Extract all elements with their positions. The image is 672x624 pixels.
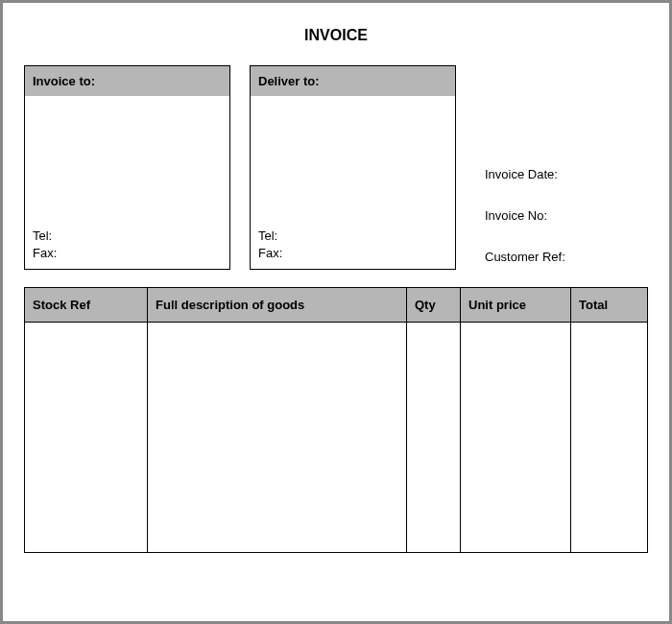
col-stock-ref: Stock Ref xyxy=(25,288,148,323)
cell-unit-price[interactable] xyxy=(461,323,571,553)
col-description: Full description of goods xyxy=(148,288,407,323)
invoice-to-body[interactable]: Tel: Fax: xyxy=(25,96,229,269)
cell-total[interactable] xyxy=(571,323,648,553)
cell-stock-ref[interactable] xyxy=(25,323,148,553)
col-qty: Qty xyxy=(407,288,461,323)
customer-ref-label: Customer Ref: xyxy=(485,250,648,264)
top-section: Invoice to: Tel: Fax: Deliver to: Tel: F… xyxy=(24,65,648,270)
page-title: INVOICE xyxy=(24,27,648,44)
col-total: Total xyxy=(571,288,648,323)
invoice-date-label: Invoice Date: xyxy=(485,167,648,181)
deliver-to-tel-label: Tel: xyxy=(258,228,447,243)
deliver-to-header: Deliver to: xyxy=(251,66,455,96)
invoice-to-box: Invoice to: Tel: Fax: xyxy=(24,65,230,270)
invoice-to-header: Invoice to: xyxy=(25,66,229,96)
col-unit-price: Unit price xyxy=(461,288,571,323)
table-row xyxy=(25,323,648,553)
table-header-row: Stock Ref Full description of goods Qty … xyxy=(25,288,648,323)
cell-qty[interactable] xyxy=(407,323,461,553)
cell-description[interactable] xyxy=(148,323,407,553)
invoice-to-tel-label: Tel: xyxy=(33,228,222,243)
invoice-no-label: Invoice No: xyxy=(485,208,648,223)
deliver-to-body[interactable]: Tel: Fax: xyxy=(251,96,455,269)
invoice-to-fax-label: Fax: xyxy=(33,246,222,260)
deliver-to-box: Deliver to: Tel: Fax: xyxy=(250,65,456,270)
meta-section: Invoice Date: Invoice No: Customer Ref: xyxy=(475,65,648,270)
deliver-to-fax-label: Fax: xyxy=(258,246,447,260)
items-table: Stock Ref Full description of goods Qty … xyxy=(24,287,648,553)
